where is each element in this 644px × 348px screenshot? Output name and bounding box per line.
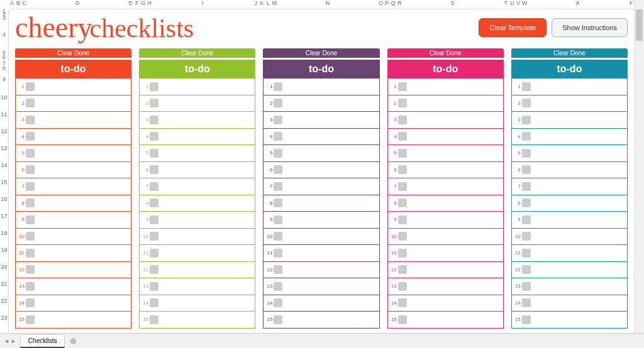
- checkbox-icon[interactable]: [150, 132, 158, 141]
- col-header-T[interactable]: T: [502, 0, 509, 9]
- col-header-R[interactable]: R: [396, 0, 402, 9]
- checkbox-icon[interactable]: [522, 249, 531, 258]
- list-item[interactable]: 6: [388, 162, 503, 179]
- checkbox-icon[interactable]: [274, 99, 282, 107]
- checkbox-icon[interactable]: [150, 282, 158, 291]
- checkbox-icon[interactable]: [26, 182, 35, 191]
- col-header-K[interactable]: K: [259, 0, 265, 9]
- list-item[interactable]: 10: [264, 229, 379, 246]
- list-item[interactable]: 6: [512, 162, 627, 179]
- col-header-V[interactable]: V: [515, 0, 521, 9]
- col-header-O[interactable]: O: [377, 0, 384, 9]
- list-header[interactable]: to-do: [139, 60, 255, 79]
- list-item[interactable]: 7: [16, 178, 131, 195]
- list-item[interactable]: 1: [16, 79, 131, 95]
- list-item[interactable]: 7: [264, 178, 379, 195]
- list-item[interactable]: 4: [16, 129, 131, 146]
- clear-done-button[interactable]: Clear Done: [263, 48, 379, 58]
- list-item[interactable]: 14: [512, 295, 627, 312]
- checkbox-icon[interactable]: [398, 198, 407, 207]
- col-header-Q[interactable]: Q: [390, 0, 396, 9]
- clear-done-button[interactable]: Clear Done: [15, 48, 131, 58]
- list-item[interactable]: 7: [512, 178, 627, 195]
- checkbox-icon[interactable]: [398, 165, 407, 174]
- row-header-19[interactable]: 19: [0, 241, 8, 258]
- col-header-H[interactable]: H: [147, 0, 153, 9]
- checkbox-icon[interactable]: [398, 132, 407, 141]
- list-item[interactable]: 11: [512, 245, 627, 262]
- vertical-scrollbar[interactable]: [634, 0, 644, 333]
- checkbox-icon[interactable]: [26, 232, 35, 241]
- checkbox-icon[interactable]: [26, 315, 35, 324]
- row-header-6[interactable]: 6: [0, 55, 8, 59]
- checkbox-icon[interactable]: [522, 315, 531, 324]
- list-item[interactable]: 4: [512, 129, 627, 146]
- checkbox-icon[interactable]: [274, 215, 282, 224]
- checkbox-icon[interactable]: [26, 298, 35, 307]
- list-item[interactable]: 4: [264, 129, 379, 146]
- tab-checklists[interactable]: Checklists: [20, 334, 65, 348]
- checkbox-icon[interactable]: [398, 265, 407, 274]
- list-header[interactable]: to-do: [263, 60, 379, 79]
- list-item[interactable]: 11: [388, 245, 503, 262]
- checkbox-icon[interactable]: [150, 232, 158, 241]
- row-header-22[interactable]: 22: [0, 292, 8, 309]
- checkbox-icon[interactable]: [150, 315, 158, 324]
- checkbox-icon[interactable]: [274, 249, 282, 258]
- checkbox-icon[interactable]: [274, 232, 282, 241]
- checkbox-icon[interactable]: [26, 198, 35, 207]
- list-item[interactable]: 8: [512, 195, 627, 212]
- checkbox-icon[interactable]: [150, 265, 158, 274]
- list-item[interactable]: 2: [388, 95, 503, 112]
- list-item[interactable]: 11: [264, 245, 379, 262]
- list-item[interactable]: 9: [16, 212, 131, 229]
- checkbox-icon[interactable]: [26, 282, 35, 291]
- list-item[interactable]: 3: [16, 112, 131, 129]
- checkbox-icon[interactable]: [398, 149, 407, 158]
- list-item[interactable]: 5: [388, 145, 503, 162]
- list-header[interactable]: to-do: [387, 60, 504, 79]
- row-header-4[interactable]: 4: [0, 19, 8, 50]
- col-header-W[interactable]: W: [521, 0, 528, 9]
- checkbox-icon[interactable]: [522, 232, 531, 241]
- row-header-13[interactable]: 13: [0, 139, 8, 156]
- list-item[interactable]: 15: [388, 312, 503, 329]
- checkbox-icon[interactable]: [274, 315, 282, 324]
- checkbox-icon[interactable]: [398, 182, 407, 191]
- checkbox-icon[interactable]: [398, 82, 407, 91]
- checkbox-icon[interactable]: [150, 215, 158, 224]
- list-item[interactable]: 9: [388, 212, 503, 229]
- checkbox-icon[interactable]: [150, 82, 158, 91]
- col-header-J[interactable]: J: [253, 0, 259, 9]
- list-item[interactable]: 2: [264, 95, 379, 112]
- list-item[interactable]: 8: [140, 195, 255, 212]
- tab-prev-icon[interactable]: ◄: [4, 338, 9, 344]
- checkbox-icon[interactable]: [150, 249, 158, 258]
- list-item[interactable]: 11: [140, 245, 255, 262]
- list-item[interactable]: 9: [264, 212, 379, 229]
- list-item[interactable]: 14: [140, 295, 255, 312]
- clear-done-button[interactable]: Clear Done: [387, 48, 504, 58]
- list-item[interactable]: 15: [140, 312, 255, 329]
- checkbox-icon[interactable]: [522, 99, 531, 107]
- clear-template-button[interactable]: Clear Template: [479, 18, 547, 37]
- col-header-U[interactable]: U: [509, 0, 515, 9]
- list-item[interactable]: 9: [512, 212, 627, 229]
- list-item[interactable]: 9: [140, 212, 255, 229]
- col-header-A[interactable]: A: [9, 0, 15, 9]
- show-instructions-button[interactable]: Show Instructions: [552, 18, 628, 37]
- checkbox-icon[interactable]: [522, 82, 531, 91]
- row-header-11[interactable]: 11: [0, 106, 8, 122]
- checkbox-icon[interactable]: [26, 149, 35, 158]
- checkbox-icon[interactable]: [398, 298, 407, 307]
- checkbox-icon[interactable]: [26, 265, 35, 274]
- add-sheet-button[interactable]: ⊕: [65, 336, 82, 345]
- list-item[interactable]: 5: [264, 145, 379, 162]
- vertical-scrollbar-thumb[interactable]: [636, 9, 643, 41]
- row-header-15[interactable]: 15: [0, 173, 8, 190]
- checkbox-icon[interactable]: [26, 215, 35, 224]
- checkbox-icon[interactable]: [274, 298, 282, 307]
- checkbox-icon[interactable]: [398, 315, 407, 324]
- checkbox-icon[interactable]: [150, 298, 158, 307]
- row-header-23[interactable]: 23: [0, 309, 8, 326]
